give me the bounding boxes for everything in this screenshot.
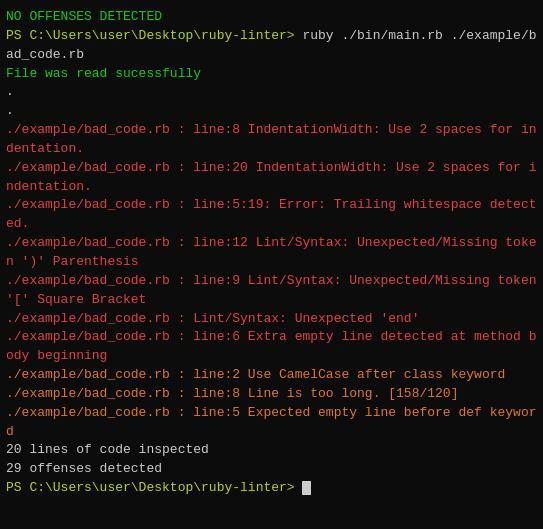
terminal-line: 20 lines of code inspected	[6, 441, 537, 460]
terminal-line: File was read sucessfully	[6, 65, 537, 84]
terminal-line: ./example/bad_code.rb : Lint/Syntax: Une…	[6, 310, 537, 329]
terminal-line: ./example/bad_code.rb : line:20 Indentat…	[6, 159, 537, 197]
terminal-line: NO OFFENSES DETECTED	[6, 8, 537, 27]
terminal-line: PS C:\Users\user\Desktop\ruby-linter> ru…	[6, 27, 537, 65]
terminal-line: ./example/bad_code.rb : line:6 Extra emp…	[6, 328, 537, 366]
terminal-line: 29 offenses detected	[6, 460, 537, 479]
terminal-line: ./example/bad_code.rb : line:2 Use Camel…	[6, 366, 537, 385]
terminal-line: PS C:\Users\user\Desktop\ruby-linter>	[6, 479, 537, 498]
terminal-line: ./example/bad_code.rb : line:5:19: Error…	[6, 196, 537, 234]
terminal-line: ./example/bad_code.rb : line:8 Line is t…	[6, 385, 537, 404]
terminal-line: .	[6, 83, 537, 102]
terminal-line: .	[6, 102, 537, 121]
terminal-line: ./example/bad_code.rb : line:5 Expected …	[6, 404, 537, 442]
terminal-line: ./example/bad_code.rb : line:9 Lint/Synt…	[6, 272, 537, 310]
terminal-line: ./example/bad_code.rb : line:8 Indentati…	[6, 121, 537, 159]
terminal-line: ./example/bad_code.rb : line:12 Lint/Syn…	[6, 234, 537, 272]
cursor-block	[302, 481, 311, 495]
terminal-window[interactable]: NO OFFENSES DETECTEDPS C:\Users\user\Des…	[0, 0, 543, 529]
terminal-output: NO OFFENSES DETECTEDPS C:\Users\user\Des…	[6, 8, 537, 498]
